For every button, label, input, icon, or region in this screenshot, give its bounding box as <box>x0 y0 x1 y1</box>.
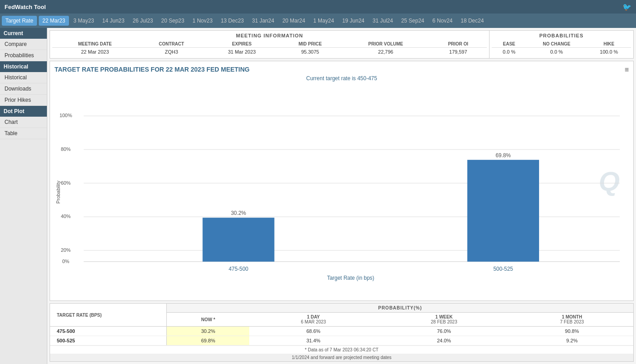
cell-now: 69.8% <box>167 336 250 346</box>
footer-note2: 1/1/2024 and forward are projected meeti… <box>50 354 633 361</box>
date-tab-1[interactable]: 3 May23 <box>70 16 98 26</box>
date-tab-11[interactable]: 31 Jul24 <box>369 16 397 26</box>
col-meeting-date: MEETING DATE <box>52 41 137 48</box>
cell-1day: 68.6% <box>249 327 377 336</box>
mid-price-val: 95.3075 <box>279 48 342 56</box>
cell-1month: 90.8% <box>511 327 633 336</box>
no-change-val: 0.0 % <box>526 48 587 56</box>
expires-val: 31 Mar 2023 <box>206 48 279 56</box>
chart-area: TARGET RATE PROBABILITIES FOR 22 MAR 202… <box>50 61 634 301</box>
sidebar-item-prior-hikes[interactable]: Prior Hikes <box>0 95 47 106</box>
col-no-change: NO CHANGE <box>526 41 587 48</box>
date-tab-10[interactable]: 19 Jun24 <box>339 16 368 26</box>
bar-chart: 100% 80% 60% 40% 20% 0% Probabi <box>55 84 629 296</box>
bar-label-475-500-pct: 30.2% <box>231 210 246 216</box>
sidebar: Current Compare Probabilities Historical… <box>0 28 47 364</box>
meeting-info-table: MEETING DATE CONTRACT EXPIRES MID PRICE … <box>52 41 487 56</box>
nav-tabs: Target Rate 22 Mar233 May2314 Jun2326 Ju… <box>0 14 636 28</box>
bar-500-525 <box>467 160 539 262</box>
col-hike: HIKE <box>587 41 631 48</box>
cell-now: 30.2% <box>167 327 250 336</box>
chart-title: TARGET RATE PROBABILITIES FOR 22 MAR 202… <box>55 66 629 73</box>
date-tab-2[interactable]: 14 Jun23 <box>99 16 128 26</box>
date-tab-9[interactable]: 1 May24 <box>310 16 338 26</box>
col-now-header: NOW * <box>167 313 250 327</box>
target-rate-tab[interactable]: Target Rate <box>2 16 37 26</box>
y-tick-20: 20% <box>61 247 71 253</box>
bar-475-500 <box>202 218 274 262</box>
col-mid-price: MID PRICE <box>279 41 342 48</box>
date-tab-5[interactable]: 1 Nov23 <box>189 16 216 26</box>
app-title: FedWatch Tool <box>5 4 46 10</box>
y-tick-60: 60% <box>61 180 71 186</box>
contract-val: ZQH3 <box>137 48 205 56</box>
col-1week-label: 1 WEEK <box>380 314 508 319</box>
top-info-panel: MEETING INFORMATION MEETING DATE CONTRAC… <box>50 30 634 59</box>
col-probability-header: PROBABILITY(%) <box>167 304 633 313</box>
bottom-table-body: 475-50030.2%68.6%76.0%90.8%500-52569.8%3… <box>50 327 633 346</box>
col-1month-label: 1 MONTH <box>513 314 631 319</box>
date-tab-3[interactable]: 26 Jul23 <box>129 16 156 26</box>
col-expires: EXPIRES <box>206 41 279 48</box>
date-tab-14[interactable]: 18 Dec24 <box>457 16 487 26</box>
y-tick-100: 100% <box>59 113 72 118</box>
sidebar-item-chart[interactable]: Chart <box>0 117 47 128</box>
col-1month-header: 1 MONTH 7 FEB 2023 <box>511 313 633 327</box>
col-ease: EASE <box>492 41 526 48</box>
prior-volume-val: 22,796 <box>342 48 430 56</box>
col-1month-date: 7 FEB 2023 <box>513 319 631 324</box>
hike-val: 100.0 % <box>587 48 631 56</box>
cell-1week: 76.0% <box>377 327 511 336</box>
cell-1day: 31.4% <box>249 336 377 346</box>
sidebar-item-table[interactable]: Table <box>0 128 47 139</box>
col-1day-header: 1 DAY 6 MAR 2023 <box>249 313 377 327</box>
content-area: MEETING INFORMATION MEETING DATE CONTRAC… <box>47 28 636 364</box>
col-1day-label: 1 DAY <box>252 314 375 319</box>
date-tab-8[interactable]: 20 Mar24 <box>279 16 309 26</box>
x-axis-label: Target Rate (in bps) <box>327 275 374 281</box>
prob-row: 0.0 % 0.0 % 100.0 % <box>492 48 631 56</box>
col-1day-date: 6 MAR 2023 <box>252 319 375 324</box>
sidebar-item-downloads[interactable]: Downloads <box>0 83 47 95</box>
bottom-table: TARGET RATE (BPS) PROBABILITY(%) NOW * 1… <box>50 304 633 346</box>
col-1week-header: 1 WEEK 28 FEB 2023 <box>377 313 511 327</box>
twitter-icon: 🐦 <box>622 3 631 11</box>
prob-title: PROBABILITIES <box>492 33 631 38</box>
table-row: 475-50030.2%68.6%76.0%90.8% <box>50 327 633 336</box>
y-tick-0: 0% <box>62 259 69 264</box>
meeting-info-panel: MEETING INFORMATION MEETING DATE CONTRAC… <box>50 31 489 58</box>
sidebar-item-probabilities[interactable]: Probabilities <box>0 50 47 61</box>
sidebar-section-dot-plot: Dot Plot <box>0 106 47 117</box>
col-prior-volume: PRIOR VOLUME <box>342 41 430 48</box>
sidebar-item-historical[interactable]: Historical <box>0 72 47 83</box>
col-1week-date: 28 FEB 2023 <box>380 319 508 324</box>
date-tab-12[interactable]: 25 Sep24 <box>398 16 428 26</box>
footer-note: * Data as of 7 Mar 2023 06:34:20 CT <box>50 346 633 354</box>
chart-menu-icon[interactable]: ≡ <box>625 66 629 74</box>
cell-rate: 475-500 <box>50 327 167 336</box>
date-tab-0[interactable]: 22 Mar23 <box>39 16 69 26</box>
date-tabs-container: 22 Mar233 May2314 Jun2326 Jul2320 Sep231… <box>39 16 487 26</box>
sidebar-section-current: Current <box>0 28 47 39</box>
date-tab-4[interactable]: 20 Sep23 <box>158 16 188 26</box>
probabilities-panel: PROBABILITIES EASE NO CHANGE HIKE 0.0 % <box>489 31 633 58</box>
sidebar-item-compare[interactable]: Compare <box>0 39 47 50</box>
col-now-label: NOW * <box>169 317 247 322</box>
chart-subtitle: Current target rate is 450-475 <box>55 75 629 82</box>
date-tab-13[interactable]: 6 Nov24 <box>429 16 456 26</box>
bar-label-500-525-pct: 69.8% <box>495 152 511 159</box>
prior-oi-val: 179,597 <box>430 48 487 56</box>
y-tick-80: 80% <box>61 146 71 152</box>
prob-table: EASE NO CHANGE HIKE 0.0 % 0.0 % 100.0 % <box>492 41 631 56</box>
bottom-table-area: TARGET RATE (BPS) PROBABILITY(%) NOW * 1… <box>50 303 634 362</box>
meeting-info-row: 22 Mar 2023 ZQH3 31 Mar 2023 95.3075 22,… <box>52 48 487 56</box>
bottom-table-header-1: TARGET RATE (BPS) PROBABILITY(%) <box>50 304 633 313</box>
table-row: 500-52569.8%31.4%24.0%9.2% <box>50 336 633 346</box>
meeting-info-title: MEETING INFORMATION <box>52 33 487 38</box>
cell-rate: 500-525 <box>50 336 167 346</box>
date-tab-7[interactable]: 31 Jan24 <box>248 16 278 26</box>
col-contract: CONTRACT <box>137 41 205 48</box>
col-target-rate: TARGET RATE (BPS) <box>50 304 167 327</box>
date-tab-6[interactable]: 13 Dec23 <box>217 16 247 26</box>
cell-1week: 24.0% <box>377 336 511 346</box>
